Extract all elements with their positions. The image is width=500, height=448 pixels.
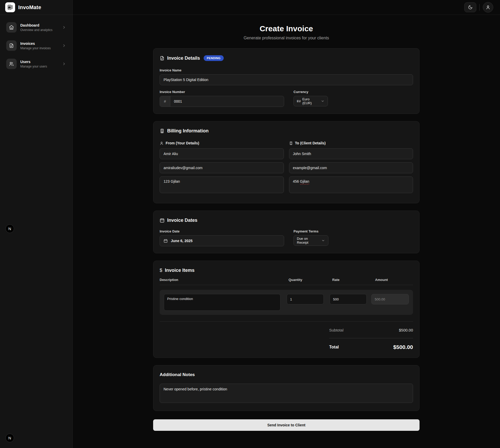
page-content: Create Invoice Generate professional inv… xyxy=(73,15,500,448)
topbar-divider xyxy=(479,4,480,11)
chevron-right-icon xyxy=(62,62,66,66)
topbar xyxy=(73,0,500,15)
sidebar-item-texts: Users Manage your users xyxy=(20,60,58,68)
sidebar-item-texts: Invoices Manage your invoices xyxy=(20,41,58,50)
from-email-input[interactable] xyxy=(160,162,284,173)
building-icon xyxy=(160,128,165,133)
app-logo-icon xyxy=(5,2,15,12)
items-divider xyxy=(160,321,413,322)
send-invoice-button[interactable]: Send Invoice to Client xyxy=(153,419,420,431)
hash-prefix: # xyxy=(160,96,170,107)
main-area: Create Invoice Generate professional inv… xyxy=(73,0,500,448)
invoice-number-input[interactable] xyxy=(170,96,284,107)
sidebar-item-label: Invoices xyxy=(20,41,58,46)
subtotal-value: $500.00 xyxy=(399,328,413,332)
page-title: Create Invoice xyxy=(73,24,500,33)
items-table-header: Description Quantity Rate Amount xyxy=(160,278,413,285)
chevron-right-icon xyxy=(62,25,66,29)
from-address-text: 123 Gjilan xyxy=(164,179,180,183)
sidebar: InvoMate Dashboard Overview and analytic… xyxy=(0,0,73,448)
status-badge: PENDING xyxy=(204,55,224,61)
col-description: Description xyxy=(160,278,289,282)
sidebar-header: InvoMate xyxy=(0,0,72,15)
to-address-misspelled-word: Gjilan xyxy=(300,179,309,183)
sidebar-nav: Dashboard Overview and analytics Invoice… xyxy=(0,15,72,76)
sidebar-item-invoices[interactable]: Invoices Manage your invoices xyxy=(3,38,69,53)
to-address-prefix: 456 xyxy=(293,179,300,183)
invoice-number-group: # xyxy=(160,96,284,107)
chevron-down-icon xyxy=(321,239,325,242)
to-name-input[interactable] xyxy=(289,148,413,159)
invoice-name-label: Invoice Name xyxy=(160,68,413,72)
to-address-textarea[interactable]: 456 Gjilan xyxy=(289,176,413,193)
invoice-date-picker[interactable]: June 6, 2025 xyxy=(160,235,284,246)
user-icon xyxy=(486,5,490,10)
file-text-icon xyxy=(160,56,165,61)
eu-flag-icon: EU xyxy=(297,100,301,103)
sidebar-item-sublabel: Manage your invoices xyxy=(20,46,58,50)
file-icon xyxy=(6,40,17,51)
payment-terms-value: Due on Receipt xyxy=(297,237,319,244)
item-quantity-input[interactable] xyxy=(287,294,324,304)
invoice-name-input[interactable] xyxy=(160,74,413,85)
calendar-icon xyxy=(160,218,165,223)
to-label: To (Client Details) xyxy=(295,141,326,145)
nextjs-dev-badge[interactable]: N xyxy=(5,434,14,442)
notes-title: Additional Notes xyxy=(160,372,413,377)
subtotal-label: Subtotal xyxy=(329,328,343,332)
users-icon xyxy=(6,59,17,69)
profile-button[interactable] xyxy=(483,2,493,13)
page-subtitle: Generate professional invoices for your … xyxy=(73,36,500,40)
app-root: InvoMate Dashboard Overview and analytic… xyxy=(0,0,500,448)
app-title: InvoMate xyxy=(18,4,41,10)
currency-select[interactable]: EU Euro (EUR) xyxy=(293,96,328,106)
col-rate: Rate xyxy=(332,278,375,282)
dollar-icon: $ xyxy=(160,268,162,273)
sidebar-item-label: Users xyxy=(20,60,58,64)
item-description-input[interactable]: Pristine condition xyxy=(164,294,280,311)
sidebar-item-sublabel: Overview and analytics xyxy=(20,28,58,32)
invoice-date-label: Invoice Date xyxy=(160,229,284,233)
item-row: Pristine condition xyxy=(160,290,413,315)
payment-terms-select[interactable]: Due on Receipt xyxy=(293,235,328,246)
from-name-input[interactable] xyxy=(160,148,284,159)
card-title: Invoice Details xyxy=(167,56,200,61)
sidebar-item-texts: Dashboard Overview and analytics xyxy=(20,23,58,32)
additional-notes-card: Additional Notes Never opened before, pr… xyxy=(153,365,420,411)
billing-card: Billing Information From (Your Details) xyxy=(153,121,420,203)
from-address-textarea[interactable]: 123 Gjilan xyxy=(160,176,284,193)
totals-divider xyxy=(329,338,413,338)
building-small-icon xyxy=(289,141,293,145)
notes-textarea[interactable]: Never opened before, pristine condition xyxy=(160,384,413,403)
item-rate-input[interactable] xyxy=(330,294,367,304)
col-quantity: Quantity xyxy=(289,278,332,282)
currency-value: Euro (EUR) xyxy=(302,97,318,105)
card-title: Billing Information xyxy=(167,128,209,134)
item-amount-readonly xyxy=(371,294,409,304)
person-icon xyxy=(160,141,164,145)
invoice-dates-card: Invoice Dates Invoice Date June 6, 2025 xyxy=(153,211,420,253)
sidebar-item-sublabel: Manage your users xyxy=(20,65,58,68)
total-value: $500.00 xyxy=(393,344,413,350)
invoice-details-card: Invoice Details PENDING Invoice Name Inv… xyxy=(153,48,420,114)
chevron-down-icon xyxy=(321,99,324,103)
billing-from-column: From (Your Details) 123 Gjilan xyxy=(160,141,284,196)
invoice-date-value: June 6, 2025 xyxy=(171,239,192,243)
calendar-small-icon xyxy=(164,239,168,243)
to-email-input[interactable] xyxy=(289,162,413,173)
theme-toggle-button[interactable] xyxy=(464,2,476,12)
chevron-right-icon xyxy=(62,44,66,48)
invoice-number-label: Invoice Number xyxy=(160,90,284,94)
card-title: Invoice Items xyxy=(165,268,195,273)
totals-section: Subtotal $500.00 Total $500.00 xyxy=(329,328,413,355)
sidebar-item-dashboard[interactable]: Dashboard Overview and analytics xyxy=(3,20,69,35)
total-label: Total xyxy=(329,345,339,349)
nextjs-dev-badge[interactable]: N xyxy=(5,224,14,233)
invoice-items-card: $ Invoice Items Description Quantity Rat… xyxy=(153,261,420,358)
card-title: Invoice Dates xyxy=(167,218,197,223)
sidebar-item-users[interactable]: Users Manage your users xyxy=(3,56,69,72)
moon-icon xyxy=(468,5,473,10)
billing-to-column: To (Client Details) 456 Gjilan xyxy=(289,141,413,196)
payment-terms-label: Payment Terms xyxy=(293,229,328,233)
from-label: From (Your Details) xyxy=(166,141,199,145)
